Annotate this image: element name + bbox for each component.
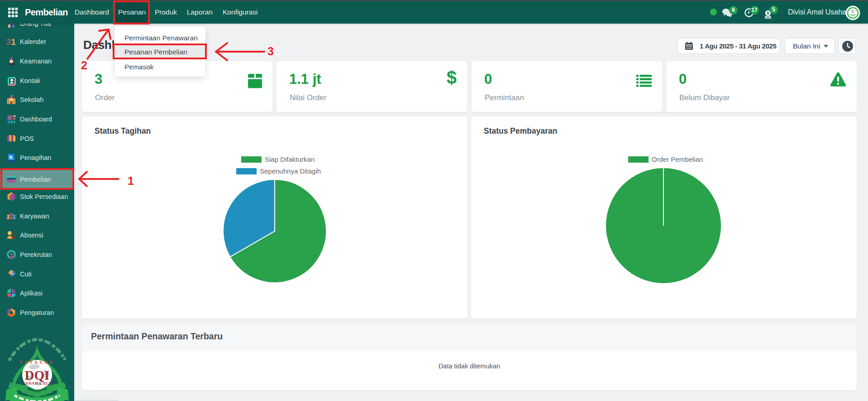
svg-text:3: 3	[6, 37, 11, 47]
svg-text:$: $	[10, 155, 12, 160]
svg-text:YAYASAN: YAYASAN	[19, 360, 55, 365]
svg-text:1: 1	[11, 37, 16, 47]
svg-text:TANAH LAUT: TANAH LAUT	[23, 381, 52, 386]
svg-text:$: $	[767, 10, 769, 15]
svg-text:DQI: DQI	[25, 368, 50, 382]
